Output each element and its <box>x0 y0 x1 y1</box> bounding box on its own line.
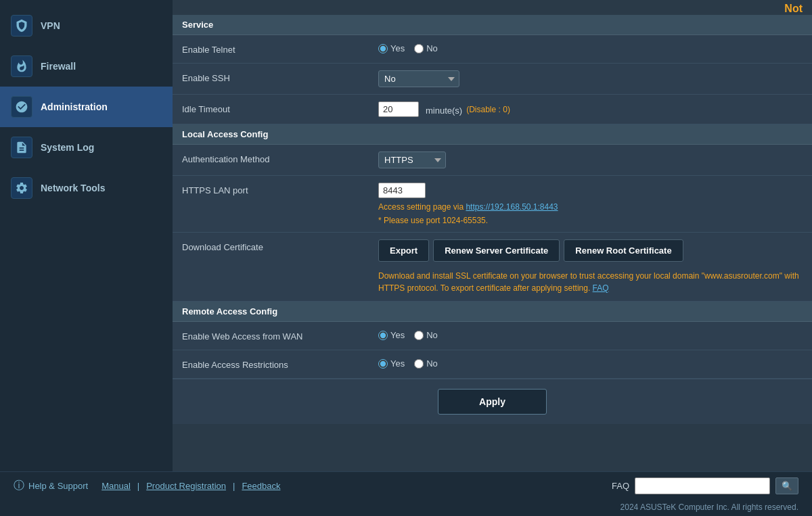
firewall-icon <box>11 55 32 77</box>
not-indicator: Not <box>784 3 803 15</box>
local-access-section-header: Local Access Config <box>173 124 812 145</box>
remote-access-section: Remote Access Config Enable Web Access f… <box>173 302 812 379</box>
sidebar-item-administration-label: Administration <box>41 101 108 112</box>
web-access-wan-row: Enable Web Access from WAN Yes No <box>173 322 812 350</box>
apply-row: Apply <box>173 379 812 424</box>
web-access-wan-radio-group: Yes No <box>378 329 438 340</box>
remote-access-section-header: Remote Access Config <box>173 302 812 322</box>
auth-method-select[interactable]: HTTP HTTPS Both <box>378 151 446 168</box>
footer-sep2: | <box>137 481 139 491</box>
telnet-radio-group: Yes No <box>378 42 438 53</box>
auth-method-row: Authentication Method HTTP HTTPS Both <box>173 145 812 176</box>
access-restrictions-radio-group: Yes No <box>378 357 438 369</box>
access-restrictions-yes-label[interactable]: Yes <box>378 358 405 369</box>
access-restrictions-label: Enable Access Restrictions <box>182 357 378 370</box>
service-section: Service Enable Telnet Yes <box>173 15 812 124</box>
access-restrictions-no-label[interactable]: No <box>414 358 438 369</box>
web-access-wan-no-label[interactable]: No <box>414 330 438 340</box>
sidebar-item-vpn[interactable]: VPN <box>0 5 173 46</box>
system-log-icon <box>11 137 32 158</box>
telnet-no-radio[interactable] <box>414 44 424 53</box>
https-port-label: HTTPS LAN port <box>182 183 378 195</box>
telnet-yes-label[interactable]: Yes <box>378 43 405 53</box>
sidebar-item-firewall-label: Firewall <box>41 61 76 72</box>
sidebar-item-network-tools[interactable]: Network Tools <box>0 168 173 208</box>
download-cert-row: Download Certificate Export Renew Server… <box>173 233 812 302</box>
faq-search-input[interactable] <box>635 477 770 494</box>
access-restrictions-yes-radio[interactable] <box>378 359 388 369</box>
help-support-label: Help & Support <box>28 481 88 491</box>
footer-sep3: | <box>233 481 235 491</box>
https-port-access-hint: Access setting page via https://192.168.… <box>378 202 558 212</box>
access-restrictions-no-radio[interactable] <box>414 359 424 369</box>
renew-root-cert-button[interactable]: Renew Root Certificate <box>564 239 683 262</box>
https-port-note: * Please use port 1024-65535. <box>378 216 558 225</box>
download-cert-label: Download Certificate <box>182 239 378 252</box>
sidebar-item-vpn-label: VPN <box>41 20 60 31</box>
ssh-select[interactable]: No Yes <box>378 70 459 87</box>
telnet-yes-radio[interactable] <box>378 44 388 53</box>
local-access-section: Local Access Config Authentication Metho… <box>173 124 812 302</box>
content-area: Not Service Enable Telnet Yes <box>173 0 812 471</box>
sidebar-item-firewall[interactable]: Firewall <box>0 46 173 87</box>
web-access-wan-yes-radio[interactable] <box>378 331 388 340</box>
idle-timeout-label: Idle Timeout <box>182 101 378 114</box>
help-circle-icon: ⓘ <box>14 479 24 493</box>
web-access-wan-yes-label[interactable]: Yes <box>378 330 405 340</box>
idle-timeout-input[interactable]: 20 <box>378 101 419 117</box>
web-access-wan-no-radio[interactable] <box>414 331 424 340</box>
feedback-link[interactable]: Feedback <box>242 481 280 491</box>
search-icon: 🔍 <box>782 481 792 491</box>
footer: ⓘ Help & Support Manual | Product Regist… <box>0 471 812 500</box>
sidebar-item-system-log-label: System Log <box>41 142 94 153</box>
access-restrictions-row: Enable Access Restrictions Yes No <box>173 350 812 379</box>
cert-faq-link[interactable]: FAQ <box>593 283 609 293</box>
copyright-text: 2024 ASUSTeK Computer Inc. All rights re… <box>0 500 812 516</box>
https-port-link[interactable]: https://192.168.50.1:8443 <box>466 202 558 212</box>
footer-left: ⓘ Help & Support Manual | Product Regist… <box>14 479 280 493</box>
cert-description: Download and install SSL certificate on … <box>378 270 803 294</box>
vpn-icon <box>11 15 32 37</box>
sidebar-item-network-tools-label: Network Tools <box>41 183 105 193</box>
https-port-input[interactable] <box>378 183 426 198</box>
enable-telnet-label: Enable Telnet <box>182 42 378 55</box>
service-section-header: Service <box>173 15 812 35</box>
export-cert-button[interactable]: Export <box>378 239 429 262</box>
telnet-no-label[interactable]: No <box>414 43 438 53</box>
apply-button[interactable]: Apply <box>438 389 547 415</box>
enable-telnet-row: Enable Telnet Yes No <box>173 35 812 64</box>
enable-ssh-row: Enable SSH No Yes <box>173 64 812 95</box>
product-registration-link[interactable]: Product Registration <box>146 481 226 491</box>
auth-method-label: Authentication Method <box>182 151 378 164</box>
sidebar-item-system-log[interactable]: System Log <box>0 127 173 168</box>
idle-timeout-hint: (Disable : 0) <box>466 105 510 114</box>
cert-buttons-group: Export Renew Server Certificate Renew Ro… <box>378 239 683 262</box>
sidebar: VPN Firewall Administration <box>0 0 173 471</box>
renew-server-cert-button[interactable]: Renew Server Certificate <box>433 239 560 262</box>
footer-right: FAQ 🔍 <box>612 477 798 494</box>
network-tools-icon <box>11 177 32 199</box>
https-port-row: HTTPS LAN port Access setting page via h… <box>173 176 812 233</box>
faq-search-button[interactable]: 🔍 <box>775 477 798 494</box>
enable-ssh-label: Enable SSH <box>182 70 378 83</box>
web-access-wan-label: Enable Web Access from WAN <box>182 329 378 342</box>
idle-timeout-row: Idle Timeout 20 minute(s) (Disable : 0) <box>173 95 812 124</box>
administration-icon <box>11 96 32 118</box>
manual-link[interactable]: Manual <box>102 481 131 491</box>
sidebar-item-administration[interactable]: Administration <box>0 87 173 127</box>
idle-timeout-suffix: minute(s) <box>426 103 462 116</box>
faq-label: FAQ <box>612 481 629 491</box>
